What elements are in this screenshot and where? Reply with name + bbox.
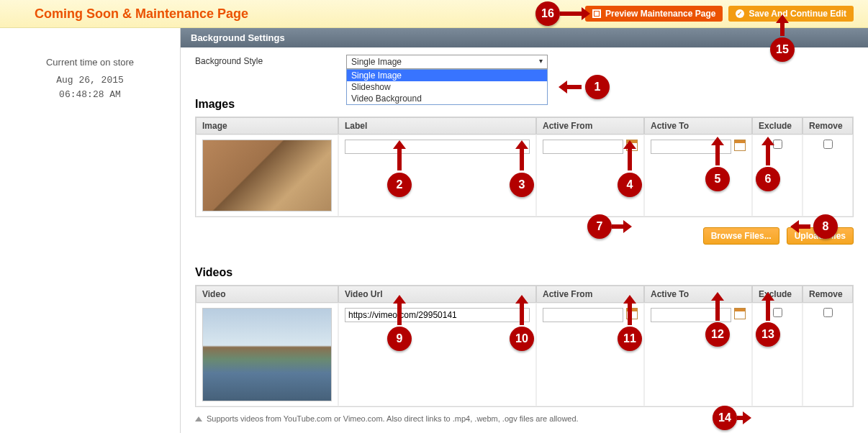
video-remove-cell (803, 303, 853, 406)
videos-row (196, 303, 853, 406)
preview-icon (592, 9, 601, 18)
image-thumb-cell (196, 135, 338, 216)
panel-body: Background Style Single Image Single Ima… (181, 47, 868, 433)
calendar-icon[interactable] (734, 308, 746, 319)
image-remove-cell (803, 135, 853, 216)
arrow-5 (715, 144, 720, 165)
bg-style-select[interactable]: Single Image Single Image Slideshow Vide… (346, 55, 548, 69)
time-label: Current time on store (14, 57, 166, 68)
vcol-exclude: Exclude (752, 286, 803, 303)
arrow-16 (560, 12, 583, 16)
calendar-icon[interactable] (734, 140, 746, 151)
header-buttons: Preview Maintenance Page ✓ Save And Cont… (585, 6, 854, 22)
arrow-9 (397, 302, 402, 325)
image-label-cell (338, 135, 536, 216)
video-exclude-cell (752, 303, 803, 406)
col-label: Label (338, 117, 536, 135)
arrow-11 (628, 302, 632, 325)
images-header-row: Image Label Active From Active To Exclud… (196, 117, 853, 135)
video-thumbnail[interactable] (202, 308, 332, 401)
col-active-to: Active To (644, 117, 752, 135)
arrow-6 (766, 144, 770, 165)
bg-style-row: Background Style Single Image Single Ima… (195, 55, 854, 69)
vcol-to: Active To (644, 286, 752, 303)
video-note-row: Supports videos from YouTube.com or Vime… (195, 414, 854, 423)
page-title: Coming Soon & Maintenance Page (35, 6, 585, 22)
col-exclude: Exclude (752, 117, 803, 135)
video-url-cell (338, 303, 536, 406)
arrow-14 (737, 416, 744, 420)
main-panel: Background Settings Background Style Sin… (181, 28, 868, 433)
video-remove-checkbox[interactable] (823, 308, 833, 317)
col-active-from: Active From (536, 117, 644, 135)
video-url-input[interactable] (345, 308, 530, 322)
arrow-7 (612, 224, 625, 229)
section-header: Background Settings (181, 28, 868, 47)
image-thumbnail[interactable] (202, 140, 332, 211)
image-remove-checkbox[interactable] (823, 140, 833, 149)
check-icon: ✓ (736, 9, 744, 18)
image-exclude-cell (752, 135, 803, 216)
video-to-cell (644, 303, 752, 406)
time-date: Aug 26, 2015 (14, 73, 166, 88)
bg-style-selected[interactable]: Single Image (346, 55, 548, 69)
images-table: Image Label Active From Active To Exclud… (195, 117, 854, 217)
images-button-row: Browse Files... Upload Files (195, 227, 854, 245)
header-bar: Coming Soon & Maintenance Page Preview M… (0, 0, 868, 28)
arrow-15 (780, 22, 785, 36)
col-remove: Remove (803, 117, 853, 135)
arrow-2 (397, 147, 402, 170)
time-clock: 06:48:28 AM (14, 88, 166, 102)
image-label-input[interactable] (345, 140, 530, 154)
arrow-8 (797, 224, 810, 229)
save-button-label: Save And Continue Edit (749, 9, 846, 19)
video-exclude-checkbox[interactable] (773, 308, 782, 317)
video-note: Supports videos from YouTube.com or Vime… (207, 414, 579, 423)
sidebar-time: Current time on store Aug 26, 2015 06:48… (0, 28, 180, 433)
video-thumb-cell (196, 303, 338, 406)
arrow-13 (766, 299, 770, 321)
arrow-3 (520, 147, 524, 170)
preview-button-label: Preview Maintenance Page (605, 9, 715, 19)
arrow-10 (520, 302, 524, 325)
arrow-4 (628, 147, 632, 170)
arrow-12 (715, 299, 720, 321)
bg-style-dropdown: Single Image Slideshow Video Background (346, 69, 548, 105)
layout: Current time on store Aug 26, 2015 06:48… (0, 28, 868, 433)
image-to-cell (644, 135, 752, 216)
browse-files-button[interactable]: Browse Files... (703, 227, 779, 245)
image-from-input[interactable] (543, 140, 623, 154)
bg-style-option-single[interactable]: Single Image (347, 70, 547, 81)
bg-style-label: Background Style (195, 55, 346, 66)
video-from-input[interactable] (543, 308, 623, 322)
vcol-video: Video (196, 286, 338, 303)
arrow-1 (566, 85, 582, 89)
save-continue-button[interactable]: ✓ Save And Continue Edit (728, 6, 854, 22)
vcol-url: Video Url (338, 286, 536, 303)
page: Coming Soon & Maintenance Page Preview M… (0, 0, 868, 433)
preview-button[interactable]: Preview Maintenance Page (585, 6, 723, 22)
bg-style-option-slideshow[interactable]: Slideshow (347, 81, 547, 93)
vcol-remove: Remove (803, 286, 853, 303)
col-image: Image (196, 117, 338, 135)
videos-title: Videos (195, 266, 854, 279)
bg-style-option-video[interactable]: Video Background (347, 93, 547, 104)
triangle-icon (195, 416, 202, 421)
